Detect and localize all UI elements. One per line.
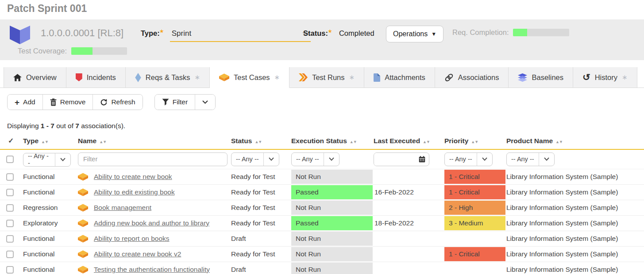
- tab-bar: Overview Incidents Reqs & Tasks ∗ Test C…: [0, 67, 644, 88]
- select-all-checkbox[interactable]: [6, 156, 14, 163]
- table-row: Regression Book management Ready for Tes…: [0, 200, 644, 215]
- tab-reqs-tasks[interactable]: Reqs & Tasks ∗: [126, 67, 210, 88]
- sort-icons[interactable]: ▲▼: [99, 140, 106, 144]
- table-row: Functional Ability to create new book Re…: [0, 169, 644, 184]
- type-dropdown[interactable]: Sprint: [170, 29, 311, 42]
- row-checkbox[interactable]: [6, 189, 14, 196]
- name-filter-input[interactable]: [78, 152, 228, 166]
- sort-icons[interactable]: ▲▼: [471, 140, 478, 144]
- incident-shield-icon: [76, 73, 82, 81]
- tab-label: Baselines: [532, 73, 563, 82]
- last-executed-date-input[interactable]: [374, 153, 415, 166]
- required-star-icon: ★: [328, 29, 332, 34]
- caret-down-icon: ▼: [431, 31, 436, 37]
- status-label: Status:★: [303, 29, 332, 38]
- execution-status-cell: Not Run: [296, 266, 321, 274]
- refresh-label: Refresh: [111, 98, 135, 106]
- progress-fill: [71, 47, 93, 55]
- status-value: Completed: [339, 29, 374, 38]
- test-case-link[interactable]: Ability to edit existing book: [94, 188, 175, 196]
- add-button[interactable]: + Add: [8, 95, 43, 110]
- test-coverage-progressbar: [71, 47, 127, 55]
- execution-status-cell: Not Run: [296, 173, 321, 181]
- product-name-cell: Library Information System (Sample): [506, 173, 618, 180]
- status-cell: Ready for Test: [231, 188, 275, 196]
- remove-button[interactable]: Remove: [43, 95, 93, 110]
- tab-label: Associations: [458, 73, 499, 82]
- release-icon: [10, 26, 30, 44]
- tab-history[interactable]: ↺ History ∗: [573, 67, 637, 88]
- tab-incidents[interactable]: Incidents: [66, 67, 126, 88]
- tab-associations[interactable]: Associations: [435, 67, 509, 88]
- sort-icons[interactable]: ▲▼: [41, 140, 48, 144]
- status-cell: Ready for Test: [231, 204, 275, 211]
- execution-status-cell: Passed: [296, 188, 319, 196]
- table-row: Functional Ability to create new book v2…: [0, 246, 644, 262]
- sort-icons[interactable]: ▲▼: [423, 140, 430, 144]
- column-header-status: Status: [231, 137, 252, 145]
- test-case-cube-icon: [78, 219, 88, 227]
- type-cell: Functional: [18, 188, 55, 196]
- priority-filter-select[interactable]: -- Any --: [444, 152, 493, 166]
- row-checkbox[interactable]: [6, 251, 14, 258]
- tab-test-cases[interactable]: Test Cases ∗: [210, 67, 289, 88]
- type-filter-select[interactable]: -- Any --: [23, 153, 71, 167]
- association-link-icon: [444, 73, 454, 82]
- table-filter-row: -- Any -- -- Any -- -- Any --: [0, 149, 644, 169]
- test-case-cube-icon: [78, 266, 88, 274]
- tab-baselines[interactable]: Baselines: [509, 67, 573, 88]
- sort-icons[interactable]: ▲▼: [255, 140, 262, 144]
- filter-menu-button[interactable]: [195, 95, 215, 110]
- tab-attachments[interactable]: Attachments: [364, 67, 435, 88]
- priority-cell: 1 - Critical: [449, 250, 480, 258]
- test-case-link[interactable]: Ability to report on books: [94, 235, 170, 243]
- column-header-execution-status: Execution Status: [291, 137, 347, 145]
- status-filter-select[interactable]: -- Any --: [231, 152, 279, 166]
- tab-label: Incidents: [87, 73, 116, 82]
- test-case-link[interactable]: Adding new book and author to library: [94, 219, 209, 227]
- filter-label: Filter: [173, 98, 188, 106]
- operations-button[interactable]: Operations ▼: [386, 26, 443, 42]
- product-name-cell: Library Information System (Sample): [506, 266, 618, 273]
- type-label: Type:★: [141, 29, 164, 38]
- row-checkbox[interactable]: [6, 235, 14, 243]
- asterisk-icon: ∗: [622, 73, 628, 81]
- type-cell: Functional: [18, 250, 55, 258]
- release-version: 1.0.0.0.0001 [RL:8]: [41, 27, 123, 39]
- column-header-last-executed: Last Executed: [374, 137, 420, 145]
- status-cell: Draft: [231, 235, 246, 242]
- product-name-cell: Library Information System (Sample): [506, 204, 618, 211]
- test-case-link[interactable]: Book management: [94, 204, 151, 212]
- row-checkbox[interactable]: [6, 266, 14, 274]
- row-checkbox[interactable]: [6, 173, 14, 181]
- row-checkbox[interactable]: [6, 204, 14, 212]
- sort-icons[interactable]: ▲▼: [350, 140, 357, 144]
- product-filter-select[interactable]: -- Any --: [506, 152, 555, 166]
- test-case-cube-icon: [78, 173, 88, 181]
- test-case-cube-icon: [78, 250, 88, 258]
- test-cases-table: ✓ Type▲▼ Name▲▼ Status▲▼ Execution Statu…: [0, 134, 644, 274]
- attachment-page-icon: [374, 73, 380, 82]
- check-icon: ✓: [8, 137, 14, 145]
- calendar-icon[interactable]: [419, 156, 429, 163]
- asterisk-icon: ∗: [194, 73, 200, 81]
- execution-status-cell: Not Run: [296, 204, 321, 212]
- type-cell: Functional: [18, 173, 55, 180]
- asterisk-icon: ∗: [349, 73, 355, 81]
- refresh-button[interactable]: Refresh: [93, 95, 142, 110]
- test-case-link[interactable]: Ability to create new book v2: [94, 250, 181, 258]
- test-case-cube-icon: [78, 204, 88, 212]
- tab-test-runs[interactable]: Test Runs ∗: [289, 67, 364, 88]
- filter-button[interactable]: Filter: [155, 95, 195, 110]
- sort-icons[interactable]: ▲▼: [555, 140, 563, 144]
- test-case-link[interactable]: Ability to create new book: [94, 173, 172, 181]
- execution-status-filter-select[interactable]: -- Any --: [291, 152, 339, 166]
- column-header-priority: Priority: [444, 137, 468, 145]
- priority-cell: 1 - Critical: [449, 173, 480, 181]
- tab-overview[interactable]: Overview: [4, 67, 66, 88]
- table-row: Functional Ability to edit existing book…: [0, 184, 644, 200]
- test-case-link[interactable]: Testing the authentication functionality: [94, 266, 210, 274]
- chevron-down-icon: [202, 100, 208, 104]
- row-checkbox[interactable]: [6, 220, 14, 227]
- status-cell: Ready for Test: [231, 250, 275, 258]
